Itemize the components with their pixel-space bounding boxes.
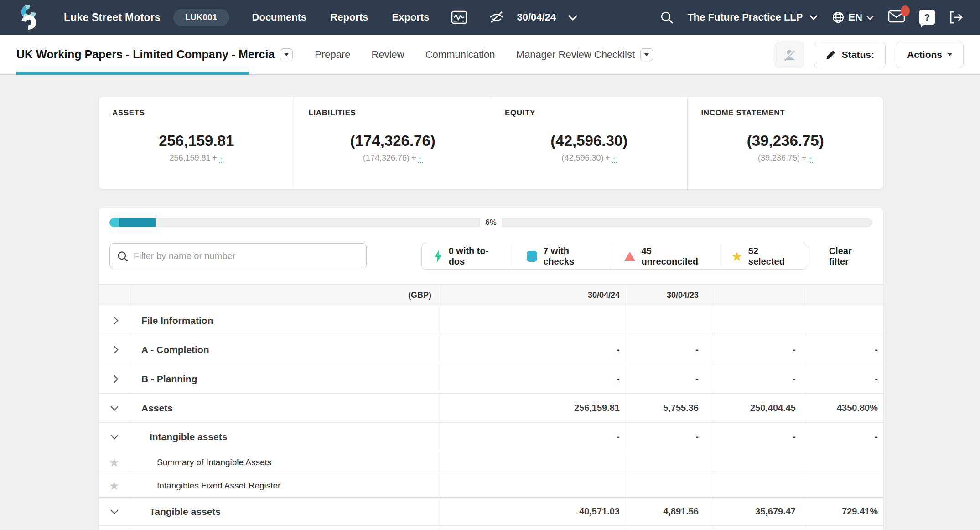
filter-input[interactable]	[109, 243, 367, 269]
liabilities-card: LIABILITIES (174,326.76) (174,326.76)+-	[295, 97, 492, 189]
table-row-intangible-assets[interactable]: Intangible assets - - - -	[99, 423, 883, 451]
progress-percent-label: 6%	[480, 217, 502, 229]
check-square-icon	[527, 251, 537, 262]
warning-triangle-icon	[624, 252, 635, 261]
selected-filter[interactable]: ★ 52 selected	[719, 243, 806, 269]
help-button[interactable]: ?	[919, 10, 935, 25]
adjustment-link[interactable]: -	[809, 153, 813, 163]
table-row-file-information[interactable]: File Information	[99, 306, 883, 335]
row-name[interactable]: Intangible assets	[130, 423, 441, 451]
workflow-actions: Status: Actions	[775, 42, 964, 68]
row-name[interactable]: A - Completion	[130, 335, 441, 364]
row-name[interactable]: Intangibles Fixed Asset Register	[130, 474, 441, 497]
currency-header: (GBP)	[130, 285, 441, 306]
card-breakdown: (174,326.76)+-	[309, 153, 477, 163]
row-name[interactable]: Summary of Intangible Assets	[130, 451, 441, 474]
firm-switcher[interactable]: The Future Practice LLP	[687, 11, 818, 23]
chevron-right-icon[interactable]	[110, 375, 118, 383]
triangle-down-icon	[284, 53, 289, 56]
adjustment-link[interactable]: -	[418, 153, 423, 163]
star-icon[interactable]: ★	[109, 480, 119, 492]
star-icon[interactable]: ★	[109, 457, 119, 468]
eye-off-icon	[488, 10, 505, 24]
nav-documents[interactable]: Documents	[252, 11, 307, 23]
primary-nav: Documents Reports Exports	[252, 11, 430, 23]
accounts-table: (GBP) 30/04/24 30/04/23 File Information…	[99, 284, 883, 530]
nav-reports[interactable]: Reports	[330, 11, 368, 23]
triangle-down-icon	[948, 53, 952, 56]
todos-filter[interactable]: 0 with to-dos	[422, 243, 515, 269]
checklist-dropdown-button[interactable]	[640, 48, 653, 61]
client-code-badge[interactable]: LUK001	[173, 9, 229, 26]
card-value: (39,236.75)	[701, 132, 870, 150]
chevron-down-icon[interactable]	[110, 432, 118, 440]
checks-filter[interactable]: 7 with checks	[514, 243, 612, 269]
table-row-assets[interactable]: Assets 256,159.81 5,755.36 250,404.45 43…	[99, 394, 883, 423]
workflow-tabs: Prepare Review Communication Manager Rev…	[315, 48, 653, 61]
pulse-monitor-icon[interactable]	[451, 10, 467, 25]
adjustment-link[interactable]: -	[219, 153, 223, 163]
card-label: LIABILITIES	[309, 109, 477, 118]
chevron-right-icon[interactable]	[110, 317, 118, 324]
star-icon: ★	[731, 250, 742, 262]
filter-search	[109, 243, 367, 269]
row-name[interactable]: B - Planning	[130, 364, 441, 393]
globe-icon	[832, 11, 845, 24]
chevron-down-icon[interactable]	[110, 507, 118, 514]
table-header-row: (GBP) 30/04/24 30/04/23	[99, 285, 883, 306]
table-row-intangibles-fixed-asset-register[interactable]: ★ Intangibles Fixed Asset Register	[99, 474, 883, 498]
top-navigation-bar: Luke Street Motors LUK001 Documents Repo…	[0, 0, 980, 35]
actions-button[interactable]: Actions	[896, 42, 964, 68]
chevron-down-icon	[568, 15, 578, 21]
period-header-prior: 30/04/23	[627, 285, 713, 306]
lightning-icon	[434, 250, 443, 263]
row-name[interactable]: File Information	[130, 306, 441, 335]
equity-card: EQUITY (42,596.30) (42,596.30)+-	[491, 97, 688, 189]
messages-button[interactable]	[888, 10, 905, 25]
chevron-right-icon[interactable]	[110, 346, 118, 353]
table-row-summary-of-fixed-assets[interactable]: ★ Summary of Fixed Assets	[99, 526, 883, 530]
table-row-b-planning[interactable]: B - Planning - - - -	[99, 364, 883, 394]
status-button[interactable]: Status:	[814, 42, 886, 68]
chevron-down-icon[interactable]	[110, 403, 118, 411]
clear-filter-button[interactable]: Clear filter	[829, 246, 872, 267]
header-icon-cell	[99, 285, 130, 306]
header-empty-cell	[713, 285, 804, 306]
row-name[interactable]: Assets	[130, 394, 441, 422]
user-slash-icon	[783, 48, 796, 62]
card-breakdown: (39,236.75)+-	[701, 153, 870, 163]
chevron-down-icon	[809, 15, 818, 20]
income-statement-card: INCOME STATEMENT (39,236.75) (39,236.75)…	[688, 97, 884, 189]
table-row-a-completion[interactable]: A - Completion - - - -	[99, 335, 883, 364]
header-empty-cell	[804, 285, 883, 306]
row-name[interactable]: Summary of Fixed Assets	[130, 526, 441, 530]
unreconciled-filter[interactable]: 45 unreconciled	[612, 243, 719, 269]
tab-prepare[interactable]: Prepare	[315, 49, 350, 61]
page-content: ASSETS 256,159.81 256,159.81+- LIABILITI…	[0, 75, 980, 530]
card-label: ASSETS	[112, 109, 281, 118]
tab-communication[interactable]: Communication	[425, 49, 495, 61]
pencil-icon	[825, 49, 836, 60]
card-value: (174,326.76)	[309, 132, 477, 150]
search-icon[interactable]	[660, 10, 674, 24]
workflow-dropdown-button[interactable]	[280, 48, 293, 61]
chevron-down-icon	[866, 15, 874, 20]
table-row-tangible-assets[interactable]: Tangible assets 40,571.03 4,891.56 35,67…	[99, 498, 883, 526]
logout-icon[interactable]	[949, 10, 964, 25]
client-name[interactable]: Luke Street Motors	[64, 11, 161, 24]
tab-manager-review-checklist[interactable]: Manager Review Checklist	[516, 48, 653, 61]
assignee-button[interactable]	[775, 42, 804, 68]
row-name[interactable]: Tangible assets	[130, 498, 441, 525]
silverfin-logo-icon[interactable]	[16, 4, 41, 31]
adjustment-link[interactable]: -	[612, 153, 617, 163]
financial-summary-cards: ASSETS 256,159.81 256,159.81+- LIABILITI…	[99, 97, 883, 189]
workflow-title[interactable]: UK Working Papers - Limited Company - Me…	[16, 48, 275, 61]
table-row-summary-intangible-assets[interactable]: ★ Summary of Intangible Assets	[99, 451, 883, 474]
tab-review[interactable]: Review	[372, 49, 404, 61]
triangle-down-icon	[644, 53, 649, 56]
nav-exports[interactable]: Exports	[392, 11, 429, 23]
language-selector[interactable]: EN	[832, 11, 874, 24]
period-selector[interactable]: 30/04/24	[488, 10, 578, 24]
workflow-tab-bar: UK Working Papers - Limited Company - Me…	[0, 35, 980, 75]
card-breakdown: (42,596.30)+-	[505, 153, 674, 163]
